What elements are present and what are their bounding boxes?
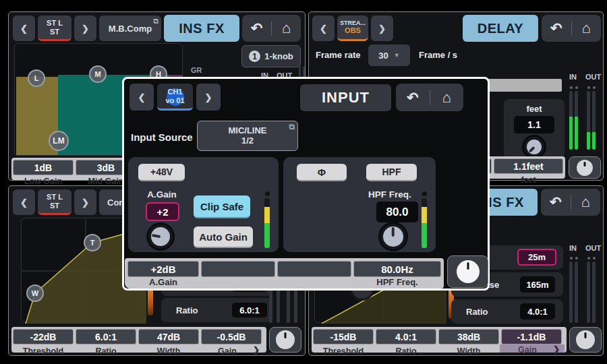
analog-gain-section: +48V A.Gain +2 Clip Safe Auto Gain [128,157,279,252]
threshold-label: Threshold [313,346,374,356]
undo-button[interactable]: ↶ [542,15,571,42]
next-channel-button[interactable]: ❯ [74,16,96,41]
channel-name-top: ST L [47,19,63,28]
channel-select-button[interactable]: STREA... OBS [337,16,368,41]
width-handle[interactable]: W [26,284,44,302]
ratio-label: Ratio [76,346,136,356]
in-meter [569,91,573,150]
meter-dot [570,257,573,260]
input-source-button[interactable]: MIC/LINE 1/2 ⧉ [197,121,298,151]
again-label: A.Gain [127,277,199,287]
input-dialog: ❮ CH1 vo 01 ❯ INPUT ↶ ⌂ Input Source MIC… [122,77,490,291]
param-value[interactable] [201,261,275,277]
again-value[interactable]: +2dB [127,261,199,277]
prev-channel-button[interactable]: ❮ [129,84,154,111]
again-value[interactable]: +2 [146,202,179,221]
library-button[interactable]: M.B.Comp ⧉ [99,16,161,41]
gain-value[interactable]: -0.5dB [201,329,262,344]
next-channel-button[interactable]: ❯ [196,84,221,111]
touch-knob-button[interactable] [269,327,301,353]
hpf-button[interactable]: HPF [366,164,417,181]
threshold-value[interactable]: -15dB [313,329,374,344]
ratio-value[interactable]: 6.0:1 [232,303,267,317]
frame-rate-value: 30 [378,51,388,61]
delay-value[interactable]: 1.1feet [494,158,563,174]
param-value[interactable] [277,261,351,277]
band-mid-handle[interactable]: M [89,65,107,83]
hpf-freq-value[interactable]: 80.0 [376,202,418,222]
undo-button[interactable]: ↶ [242,15,271,42]
param-value[interactable]: 1dB [13,160,74,175]
channel-select-button[interactable]: ST L ST [38,16,71,41]
width-label: Width [438,346,499,356]
home-button[interactable]: ⌂ [572,15,602,42]
feet-value[interactable]: 1.1 [514,116,554,133]
ratio-label: Ratio [466,307,488,317]
width-value[interactable]: 38dB [438,329,499,344]
band-lowmid-handle[interactable]: LM [49,131,69,151]
dialog-param-bar: +2dB A.Gain 80.0Hz HPF Freq. [125,258,444,289]
clip-safe-button[interactable]: Clip Safe [194,195,250,218]
channel-name-bottom: vo 01 [165,96,184,105]
prev-channel-button[interactable]: ❮ [13,16,35,41]
input-level-meter [422,198,427,248]
next-channel-button[interactable]: ❯ [371,16,393,41]
gain-label: Gain [501,344,554,355]
phase-button[interactable]: Φ [297,164,347,181]
in-meter [569,262,573,323]
feet-label: feet [504,104,565,114]
band-low-handle[interactable]: L [28,69,45,87]
one-knob-button[interactable]: 1 1-knob [241,45,301,67]
channel-name-bottom: ST [50,28,59,36]
prev-channel-button[interactable]: ❮ [312,16,335,41]
hpf-knob[interactable] [380,224,406,249]
undo-button[interactable]: ↶ [541,189,571,216]
touch-knob-button[interactable] [447,255,488,288]
home-button[interactable]: ⌂ [272,15,301,42]
dialog-title: INPUT [300,84,391,111]
frame-rate-select[interactable]: 30 ▼ [368,44,410,66]
next-channel-button[interactable]: ❯ [74,189,96,215]
meter-dot [593,86,596,89]
auto-gain-button[interactable]: Auto Gain [194,226,253,248]
out-meter [587,262,590,323]
input-source-label: Input Source [131,131,193,143]
threshold-value[interactable]: -22dB [13,329,74,344]
feet-knob[interactable] [524,137,544,157]
dropdown-icon: ▼ [394,52,400,59]
prev-channel-button[interactable]: ❮ [13,189,35,215]
frame-rate-label: Frame rate [316,50,360,60]
again-knob[interactable] [148,224,173,249]
gain-label: Gain [201,346,254,356]
ratio-value[interactable]: 6.0:1 [76,329,136,344]
meter-dot [587,86,590,89]
undo-button[interactable]: ↶ [396,84,430,111]
undo-home-group: ↶ ⌂ [396,84,463,111]
meter-dot [593,257,596,260]
more-params-icon[interactable]: ❯ [553,344,560,354]
release-value[interactable]: 165m [520,276,555,293]
phantom-48v-button[interactable]: +48V [138,164,185,181]
gr-label: GR [191,66,202,74]
touch-knob-button[interactable] [569,156,601,179]
attack-value[interactable]: 25m [517,249,556,266]
clip-indicator [422,191,427,196]
library-label: M.B.Comp [109,24,152,34]
hpf-freq-value[interactable]: 80.0Hz [353,261,441,277]
channel-select-button[interactable]: ST L ST [38,189,71,215]
width-value[interactable]: 47dB [138,329,199,344]
again-label: A.Gain [139,189,185,200]
home-button[interactable]: ⌂ [571,189,601,216]
more-params-icon[interactable]: ❯ [253,345,260,355]
channel-name-bottom: ST [50,202,59,210]
input-source-line1: MIC/LINE [228,126,266,136]
meter-dot [575,86,578,89]
hpf-freq-label: HPF Freq. [353,277,441,287]
threshold-handle[interactable]: T [84,234,101,251]
ratio-value[interactable]: 4.0:1 [376,329,436,344]
ratio-value[interactable]: 4.0:1 [520,303,555,320]
home-button[interactable]: ⌂ [430,84,464,111]
channel-select-button[interactable]: CH1 vo 01 [157,84,193,111]
touch-knob-button[interactable] [569,327,602,353]
gain-value[interactable]: -1.1dB [501,329,562,344]
